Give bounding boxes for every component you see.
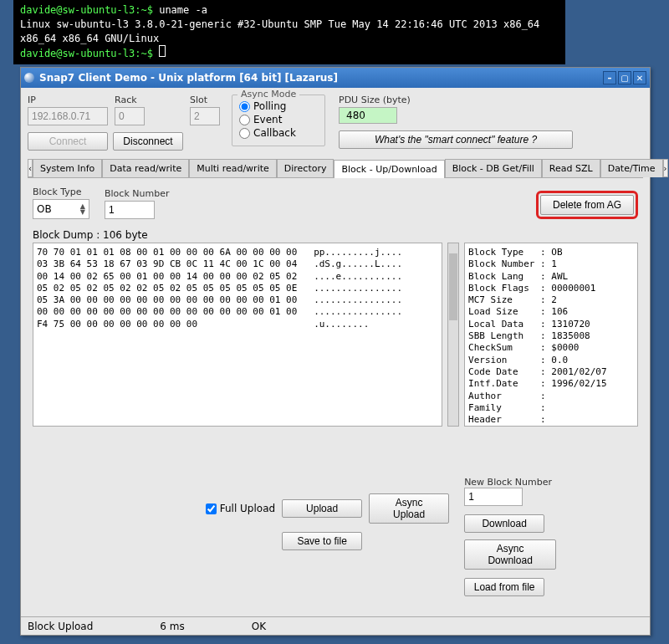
minimize-button[interactable]: –: [603, 71, 616, 84]
ip-label: IP: [28, 95, 108, 105]
pdu-value: 480: [339, 107, 397, 124]
block-info: Block Type : OB Block Number : 1 Block L…: [464, 243, 638, 427]
status-time: 6 ms: [160, 621, 184, 632]
maximize-button[interactable]: ▢: [618, 71, 631, 84]
rack-input: [115, 107, 145, 125]
full-upload-checkbox[interactable]: Full Upload: [206, 503, 275, 514]
pdu-label: PDU Size (byte): [339, 95, 573, 105]
term-output: Linux sw-ubuntu-l3 3.8.0-21-generic #32-…: [20, 18, 559, 46]
upload-button[interactable]: Upload: [282, 499, 362, 518]
spinner-icon: ▲▼: [80, 203, 85, 215]
full-upload-input[interactable]: [206, 503, 217, 514]
term-cmd: uname -a: [159, 4, 207, 16]
window-title: Snap7 Client Demo - Unix platform [64 bi…: [39, 72, 338, 84]
async-upload-button[interactable]: Async Upload: [369, 493, 449, 524]
tab-datetime[interactable]: Date/Time: [600, 159, 663, 177]
hex-dump[interactable]: 70 70 01 01 01 08 00 01 00 00 00 6A 00 0…: [33, 243, 442, 427]
smart-connect-button[interactable]: What's the "smart connect" feature ?: [339, 130, 573, 149]
radio-polling-input[interactable]: [239, 101, 250, 112]
tab-data-rw[interactable]: Data read/write: [102, 159, 189, 177]
status-result: OK: [252, 621, 266, 632]
term-prompt-1: davide@sw-ubuntu-l3:~$: [20, 4, 159, 16]
async-legend: Async Mode: [237, 89, 299, 100]
slot-input: [190, 107, 220, 125]
async-download-button[interactable]: Async Download: [464, 539, 556, 570]
rack-label: Rack: [115, 95, 183, 105]
titlebar[interactable]: Snap7 Client Demo - Unix platform [64 bi…: [21, 68, 650, 88]
download-button[interactable]: Download: [464, 514, 544, 533]
block-number-input[interactable]: [105, 201, 155, 219]
ip-input: [28, 107, 108, 125]
slot-label: Slot: [190, 95, 220, 105]
tab-block-updown[interactable]: Block - Up/Download: [334, 160, 444, 178]
block-number-label: Block Number: [105, 188, 169, 199]
disconnect-button[interactable]: Disconnect: [113, 132, 183, 151]
block-dump-label: Block Dump : 106 byte: [33, 229, 638, 241]
terminal: davide@sw-ubuntu-l3:~$ uname -a Linux sw…: [13, 0, 565, 64]
tab-directory[interactable]: Directory: [277, 159, 334, 177]
radio-callback[interactable]: Callback: [239, 127, 318, 139]
status-operation: Block Upload: [28, 621, 93, 632]
block-type-select[interactable]: OB ▲▼: [33, 199, 89, 219]
close-button[interactable]: ✕: [633, 71, 646, 84]
radio-event[interactable]: Event: [239, 114, 318, 125]
radio-polling[interactable]: Polling: [239, 100, 318, 112]
delete-from-ag-button[interactable]: Delete from AG: [540, 195, 634, 215]
tab-system-info[interactable]: System Info: [33, 159, 102, 177]
save-to-file-button[interactable]: Save to file: [282, 532, 362, 550]
term-cursor: [159, 45, 166, 57]
status-bar: Block Upload 6 ms OK: [21, 616, 650, 635]
scrollbar-thumb[interactable]: [449, 253, 457, 320]
tab-read-szl[interactable]: Read SZL: [542, 159, 600, 177]
block-type-label: Block Type: [33, 187, 89, 197]
app-icon: [24, 73, 34, 83]
new-block-number-input[interactable]: [464, 488, 523, 506]
connect-button: Connect: [28, 132, 108, 151]
tab-multi-rw[interactable]: Multi read/write: [189, 159, 277, 177]
app-window: Snap7 Client Demo - Unix platform [64 bi…: [20, 67, 651, 636]
delete-highlight: Delete from AG: [536, 191, 638, 219]
tab-block-db[interactable]: Block - DB Get/Fill: [445, 159, 542, 177]
hex-scrollbar[interactable]: [447, 243, 459, 427]
radio-callback-input[interactable]: [239, 128, 250, 139]
tabs-nav-right[interactable]: ›: [663, 159, 668, 177]
radio-event-input[interactable]: [239, 115, 250, 125]
term-prompt-2: davide@sw-ubuntu-l3:~$: [20, 48, 159, 59]
load-from-file-button[interactable]: Load from file: [464, 578, 544, 596]
block-type-value: OB: [37, 203, 52, 215]
new-block-number-label: New Block Number: [464, 477, 638, 488]
